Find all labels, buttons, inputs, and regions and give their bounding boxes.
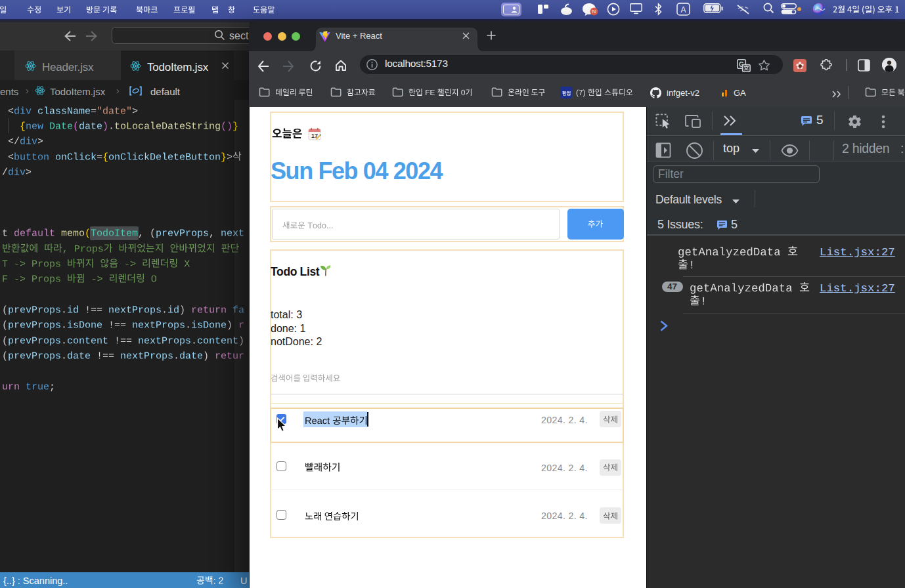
- svg-text:N: N: [592, 9, 596, 14]
- svg-text:A: A: [680, 5, 686, 14]
